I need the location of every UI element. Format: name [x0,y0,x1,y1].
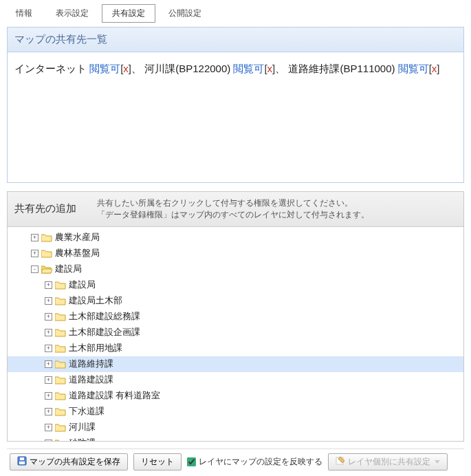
share-remove-link[interactable]: x [267,63,273,74]
tree-node-label: 建設局 [55,263,82,275]
expand-icon[interactable]: + [45,440,52,442]
share-name: 道路維持課(BP111000) [288,63,395,74]
tree-node-label: 建設局土木部 [69,295,122,307]
folder-icon [55,281,66,290]
add-share-hint: 共有したい所属を右クリックして付与する権限を選択してください。 「データ登録権限… [97,197,369,221]
svg-rect-2 [20,457,24,460]
expand-icon[interactable]: + [45,424,52,431]
expand-icon[interactable]: + [45,360,52,368]
reflect-checkbox-input[interactable] [187,457,196,466]
folder-icon [55,312,66,321]
edit-icon [336,456,345,468]
tree-node-label: 建設局 [69,279,96,291]
folder-icon [55,376,66,385]
folder-icon [55,391,66,400]
share-remove-link[interactable]: x [123,63,129,74]
tree-node[interactable]: +土木部建設総務課 [8,309,463,325]
add-share-header: 共有先の追加 共有したい所属を右クリックして付与する権限を選択してください。 「… [7,191,464,227]
tree-node[interactable]: +道路維持課 [8,356,463,372]
expand-icon[interactable]: + [45,313,52,321]
tree-node[interactable]: -建設局 [8,261,463,277]
save-button[interactable]: マップの共有設定を保存 [10,453,128,470]
per-layer-button[interactable]: レイヤ個別に共有設定 [328,453,448,470]
share-permission-link[interactable]: 閲覧可 [89,63,120,74]
tree-node-label: 農林基盤局 [55,248,100,259]
expand-icon[interactable]: + [45,345,52,352]
folder-icon [55,360,66,369]
expand-icon[interactable]: + [45,392,52,400]
expand-icon[interactable]: + [45,329,52,336]
tree-node-label: 土木部建設企画課 [69,327,140,338]
save-icon [17,456,27,468]
collapse-icon[interactable]: - [31,266,39,273]
expand-icon[interactable]: + [45,281,52,289]
tree-node-label: 砂防課 [69,437,96,442]
expand-icon[interactable]: + [31,250,39,257]
tab-bar: 情報 表示設定 共有設定 公開設定 [0,0,471,23]
tree-node-label: 土木部建設総務課 [69,311,140,323]
org-tree[interactable]: +農業水産局+農林基盤局-建設局+建設局+建設局土木部+土木部建設総務課+土木部… [7,227,464,442]
share-permission-link[interactable]: 閲覧可 [398,63,429,74]
tree-node[interactable]: +建設局土木部 [8,293,463,309]
tree-node-label: 土木部用地課 [69,343,122,354]
share-name: 河川課(BP122000) [144,63,230,74]
share-list-header: マップの共有先一覧 [7,27,464,52]
folder-icon [55,296,66,305]
reset-button-label: リセット [141,456,174,468]
folder-icon [55,439,66,442]
tab-publish[interactable]: 公開設定 [158,4,212,23]
tree-node[interactable]: +農業水産局 [8,230,463,246]
reflect-checkbox-label: レイヤにマップの設定を反映する [199,456,322,468]
reflect-checkbox[interactable]: レイヤにマップの設定を反映する [187,456,322,468]
per-layer-button-label: レイヤ個別に共有設定 [348,456,430,468]
save-button-label: マップの共有設定を保存 [30,456,120,468]
svg-rect-1 [19,462,25,464]
expand-icon[interactable]: + [45,376,52,384]
folder-icon [55,328,66,337]
tree-node[interactable]: +道路建設課 [8,372,463,388]
share-entry: 河川課(BP122000) 閲覧可[x]、 [144,63,288,74]
tree-node[interactable]: +下水道課 [8,404,463,420]
tree-node-label: 道路維持課 [69,358,113,370]
folder-icon [55,423,66,432]
folder-icon [55,407,66,416]
tree-node[interactable]: +河川課 [8,420,463,435]
tab-info[interactable]: 情報 [6,4,43,23]
tree-node-label: 農業水産局 [55,232,100,244]
footer-toolbar: マップの共有設定を保存 リセット レイヤにマップの設定を反映する レイヤ個別に共… [7,448,464,475]
tree-node[interactable]: +土木部用地課 [8,340,463,356]
tab-display[interactable]: 表示設定 [45,4,99,23]
chevron-down-icon [435,460,440,464]
share-list: インターネット 閲覧可[x]、 河川課(BP122000) 閲覧可[x]、 道路… [7,52,464,183]
tree-node[interactable]: +土木部建設企画課 [8,325,463,340]
tab-share[interactable]: 共有設定 [102,4,155,23]
tree-node-label: 道路建設課 有料道路室 [69,390,160,402]
expand-icon[interactable]: + [31,234,39,241]
share-entry: インターネット 閲覧可[x]、 [14,63,144,74]
expand-icon[interactable]: + [45,297,52,305]
expand-icon[interactable]: + [45,408,52,415]
tree-node[interactable]: +砂防課 [8,435,463,442]
tree-node-label: 道路建設課 [69,374,113,386]
reset-button[interactable]: リセット [133,453,182,470]
folder-icon [55,344,66,353]
share-entry: 道路維持課(BP111000) 閲覧可[x] [288,63,439,74]
share-permission-link[interactable]: 閲覧可 [233,63,264,74]
share-name: インターネット [14,63,87,74]
tree-node-label: 下水道課 [69,406,105,418]
tree-node-label: 河川課 [69,422,96,433]
tree-node[interactable]: +建設局 [8,277,463,293]
tree-node[interactable]: +農林基盤局 [8,246,463,261]
folder-icon [41,233,52,242]
add-share-title: 共有先の追加 [14,202,76,215]
tree-node[interactable]: +道路建設課 有料道路室 [8,388,463,404]
folder-icon [41,249,52,258]
folder-open-icon [41,265,52,274]
